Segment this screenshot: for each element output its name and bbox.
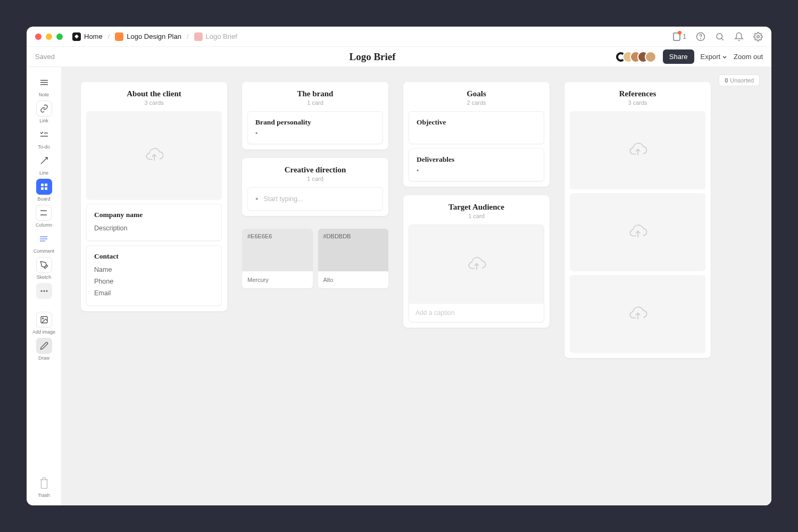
- app-window: Home / Logo Design Plan / Logo Brief 1: [27, 27, 771, 505]
- breadcrumb-separator: /: [187, 32, 189, 40]
- card-typing[interactable]: • Start typing...: [247, 187, 383, 211]
- card-heading: Objective: [417, 118, 536, 127]
- tool-more[interactable]: [36, 283, 52, 299]
- zoom-out-button[interactable]: Zoom out: [734, 53, 763, 61]
- card-objective[interactable]: Objective: [409, 111, 544, 144]
- cloud-upload-icon: [627, 141, 649, 159]
- card-text: Email: [94, 287, 214, 299]
- tool-sketch[interactable]: Sketch: [36, 257, 52, 280]
- titlebar: Home / Logo Design Plan / Logo Brief 1: [27, 27, 771, 47]
- card-indicator[interactable]: 1: [672, 32, 686, 41]
- line-icon: [36, 153, 52, 169]
- image-icon: [36, 312, 52, 328]
- tool-label: Draw: [38, 355, 49, 361]
- tool-line[interactable]: Line: [36, 153, 52, 176]
- unsorted-pill[interactable]: 0Unsorted: [719, 74, 760, 86]
- unsorted-count: 0: [725, 77, 728, 84]
- swatch-mercury[interactable]: #E6E6E6 Mercury: [242, 229, 313, 288]
- collaborator-avatars[interactable]: [615, 51, 656, 63]
- card-image-caption[interactable]: Add a caption: [409, 225, 544, 322]
- export-button[interactable]: Export: [701, 53, 728, 61]
- board-title: References: [570, 89, 705, 98]
- tool-label: Link: [39, 118, 48, 123]
- upload-card[interactable]: [570, 275, 705, 353]
- svg-rect-13: [45, 187, 47, 190]
- swatch-name: Alto: [318, 271, 389, 288]
- tool-draw[interactable]: Draw: [36, 338, 52, 361]
- project-icon: [115, 32, 123, 41]
- svg-point-23: [42, 318, 43, 319]
- card-heading: Company name: [94, 211, 214, 219]
- cloud-upload-icon: [144, 146, 165, 164]
- canvas[interactable]: 0Unsorted About the client 3 cards Compa…: [62, 67, 771, 505]
- maximize-window[interactable]: [56, 34, 63, 40]
- board-brand[interactable]: The brand 1 card Brand personality •: [242, 82, 388, 149]
- close-window[interactable]: [35, 34, 41, 40]
- swatch-hex: #E6E6E6: [242, 229, 313, 271]
- board-subtitle: 3 cards: [570, 99, 705, 106]
- svg-rect-10: [41, 184, 44, 186]
- share-button[interactable]: Share: [663, 49, 694, 64]
- workspace: Note Link To-do Line Board Column: [27, 67, 771, 505]
- tool-label: Add image: [32, 329, 55, 335]
- help-icon[interactable]: [696, 32, 705, 41]
- note-icon: [36, 74, 52, 90]
- card-company[interactable]: Company name Description: [86, 204, 222, 241]
- card-contact[interactable]: Contact Name Phone Email: [86, 245, 222, 306]
- tool-trash[interactable]: Trash: [36, 475, 52, 498]
- breadcrumb-label: Home: [84, 32, 103, 40]
- breadcrumb-home[interactable]: Home: [72, 32, 103, 41]
- card-brand-personality[interactable]: Brand personality •: [247, 111, 383, 144]
- save-status: Saved: [35, 53, 157, 61]
- minimize-window[interactable]: [46, 34, 52, 40]
- board-goals[interactable]: Goals 2 cards Objective Deliverables •: [403, 82, 550, 187]
- board-title: About the client: [86, 89, 222, 98]
- breadcrumb: Home / Logo Design Plan / Logo Brief: [72, 32, 672, 41]
- placeholder-text[interactable]: Start typing...: [264, 195, 303, 203]
- column-references: References 3 cards: [564, 82, 711, 358]
- tool-column[interactable]: Column: [36, 205, 52, 228]
- board-title: The brand: [247, 89, 383, 98]
- gear-icon[interactable]: [753, 32, 763, 41]
- bell-icon[interactable]: [734, 32, 744, 41]
- card-text: Name: [94, 264, 214, 276]
- tool-label: Sketch: [37, 275, 52, 280]
- breadcrumb-doc[interactable]: Logo Brief: [194, 32, 237, 41]
- search-icon[interactable]: [715, 32, 725, 41]
- link-icon: [36, 101, 52, 117]
- board-about-client[interactable]: About the client 3 cards Company name De…: [81, 82, 227, 311]
- tool-label: Note: [39, 92, 49, 97]
- tool-label: Comment: [34, 248, 54, 254]
- svg-rect-11: [45, 184, 47, 186]
- svg-point-20: [43, 290, 45, 292]
- page-title[interactable]: Logo Brief: [157, 51, 587, 63]
- swatch-alto[interactable]: #DBDBDB Alto: [318, 229, 389, 288]
- column-about: About the client 3 cards Company name De…: [81, 82, 227, 358]
- board-title: Target Audience: [409, 203, 544, 212]
- tool-comment[interactable]: Comment: [34, 231, 54, 254]
- svg-point-4: [757, 35, 760, 38]
- tool-note[interactable]: Note: [36, 74, 52, 97]
- tool-board[interactable]: Board: [36, 179, 52, 202]
- doc-icon: [194, 32, 203, 41]
- upload-card[interactable]: [570, 111, 705, 189]
- document-actions: Share Export Zoom out: [587, 49, 763, 64]
- upload-card[interactable]: [86, 111, 222, 200]
- cloud-upload-icon: [627, 223, 649, 241]
- card-text: Description: [94, 222, 214, 234]
- caption-placeholder[interactable]: Add a caption: [409, 304, 544, 322]
- board-title: Creative direction: [247, 165, 383, 174]
- upload-card[interactable]: [570, 193, 705, 271]
- tool-add-image[interactable]: Add image: [32, 312, 55, 335]
- board-target-audience[interactable]: Target Audience 1 card Add a caption: [403, 195, 550, 328]
- board-references[interactable]: References 3 cards: [564, 82, 711, 358]
- breadcrumb-project[interactable]: Logo Design Plan: [115, 32, 181, 41]
- upload-area[interactable]: [409, 225, 544, 304]
- card-deliverables[interactable]: Deliverables •: [409, 148, 544, 181]
- tool-link[interactable]: Link: [36, 101, 52, 123]
- svg-point-3: [717, 34, 722, 39]
- tool-todo[interactable]: To-do: [36, 127, 52, 149]
- card-text: Phone: [94, 276, 214, 287]
- board-creative-direction[interactable]: Creative direction 1 card • Start typing…: [242, 158, 388, 216]
- tool-label: Line: [39, 170, 48, 176]
